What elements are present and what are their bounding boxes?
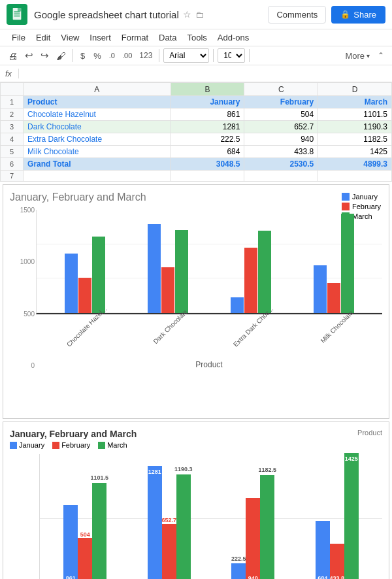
chart2-product-label: Product	[357, 429, 382, 437]
col-header-c[interactable]: C	[244, 83, 318, 96]
cell-ch-mar[interactable]: 1101.5	[318, 108, 392, 121]
cell-january-header[interactable]: January	[171, 96, 244, 108]
paint-format-button[interactable]: 🖌	[54, 49, 69, 63]
menu-item-insert[interactable]: Insert	[84, 30, 116, 45]
cell-empty[interactable]	[244, 171, 318, 182]
cell-mc-mar[interactable]: 1425	[318, 146, 392, 158]
bar-mc-jan	[314, 265, 327, 313]
cell-dc-jan[interactable]: 1281	[171, 121, 244, 133]
bar2-mc-jan-val: 684	[318, 575, 327, 579]
svg-rect-3	[14, 16, 20, 16]
sheets-app-icon	[7, 4, 27, 25]
svg-rect-2	[14, 14, 20, 14]
percent-button[interactable]: %	[90, 50, 105, 62]
table-row: 6 Grand Total 3048.5 2530.5 4899.3	[1, 158, 392, 171]
col-header-d[interactable]: D	[318, 83, 392, 96]
print-button[interactable]: 🖨	[5, 49, 20, 63]
menu-item-tools[interactable]: Tools	[182, 30, 212, 45]
format123-button[interactable]: 123	[137, 50, 155, 61]
cell-empty[interactable]	[171, 171, 244, 182]
cell-mc-feb[interactable]: 433.8	[244, 146, 318, 158]
bar2-ed-feb-wrap: 940	[246, 498, 260, 579]
legend2-mar: March	[98, 441, 127, 449]
bar2-dc-jan-val: 1281	[148, 469, 161, 475]
chart1-title: January, February and March	[10, 191, 382, 203]
cell-gt-feb[interactable]: 2530.5	[244, 158, 318, 171]
more-button[interactable]: More ▾	[342, 50, 373, 62]
cell-mc-jan[interactable]: 684	[171, 146, 244, 158]
bar2-mc-jan	[316, 521, 330, 579]
corner-cell	[1, 83, 24, 96]
decimal1-button[interactable]: .0	[106, 50, 118, 61]
comments-button[interactable]: Comments	[268, 6, 326, 24]
decimal2-button[interactable]: .00	[120, 50, 135, 61]
bar2-ch-feb-val: 504	[80, 531, 90, 538]
collapse-button[interactable]: ⌃	[375, 50, 387, 61]
bar2-mc-feb-val: 433.8	[329, 575, 344, 579]
bar2-dc-mar-val: 1190.3	[174, 466, 193, 472]
menu-item-data[interactable]: Data	[154, 30, 182, 45]
menu-item-view[interactable]: View	[56, 30, 84, 45]
cell-empty[interactable]	[24, 171, 171, 182]
toolbar-separator-4	[249, 49, 250, 62]
font-size-select[interactable]: 10	[218, 48, 245, 63]
cell-ed-feb[interactable]: 940	[244, 133, 318, 146]
bar-ed-feb	[244, 248, 257, 313]
cell-dc-feb[interactable]: 652.7	[244, 121, 318, 133]
bar2-ch-jan-wrap: 861	[63, 505, 78, 579]
bar2-ed-mar	[260, 475, 274, 579]
folder-icon[interactable]: 🗀	[195, 10, 204, 20]
chart2-title: January, February and March	[10, 429, 137, 439]
share-button[interactable]: 🔒 Share	[331, 6, 385, 24]
row-num: 2	[1, 108, 24, 121]
cell-gt-mar[interactable]: 4899.3	[318, 158, 392, 171]
menu-item-edit[interactable]: Edit	[31, 30, 56, 45]
cell-ed-mar[interactable]: 1182.5	[318, 133, 392, 146]
legend2-feb: February	[52, 441, 90, 449]
menu-item-file[interactable]: File	[7, 30, 31, 45]
row-num: 5	[1, 146, 24, 158]
font-select[interactable]: Arial	[163, 48, 209, 63]
cell-milk-choc[interactable]: Milk Chocolate	[24, 146, 171, 158]
bar2-mc-mar-wrap: 1425	[344, 453, 359, 579]
chart2-y-axis: $1000 $500	[10, 454, 37, 579]
currency-button[interactable]: $	[77, 50, 88, 62]
bar-ed-mar	[258, 231, 271, 313]
toolbar-separator-2	[159, 49, 159, 62]
menu-item-addons[interactable]: Add-ons	[212, 30, 254, 45]
cell-gt-jan[interactable]: 3048.5	[171, 158, 244, 171]
lock-icon: 🔒	[340, 10, 350, 19]
cell-empty[interactable]	[318, 171, 392, 182]
col-header-a[interactable]: A	[24, 83, 171, 96]
star-icon[interactable]: ☆	[183, 9, 191, 20]
row-num: 6	[1, 158, 24, 171]
cell-march-header[interactable]: March	[318, 96, 392, 108]
cell-dc-mar[interactable]: 1190.3	[318, 121, 392, 133]
chart2-container: January, February and March January Febr…	[3, 422, 389, 579]
undo-button[interactable]: ↩	[22, 48, 36, 63]
menu-bar: File Edit View Insert Format Data Tools …	[0, 29, 392, 46]
cell-extra-dark[interactable]: Extra Dark Chocolate	[24, 133, 171, 146]
cell-grand-total[interactable]: Grand Total	[24, 158, 171, 171]
col-header-b[interactable]: B	[171, 83, 244, 96]
cell-product-header[interactable]: Product	[24, 96, 171, 108]
bar2-dc-feb-wrap: 652.7	[162, 524, 176, 579]
legend2-jan: January	[10, 441, 44, 449]
bar-mc-feb	[327, 283, 340, 313]
cell-ed-jan[interactable]: 222.5	[171, 133, 244, 146]
cell-february-header[interactable]: February	[244, 96, 318, 108]
chart2-area: $1000 $500 861 504 1101.5	[10, 454, 382, 579]
cell-choc-hazelnut[interactable]: Chocolate Hazelnut	[24, 108, 171, 121]
bar-ed-jan	[231, 297, 244, 313]
cell-dark-choc[interactable]: Dark Chocolate	[24, 121, 171, 133]
cell-ch-feb[interactable]: 504	[244, 108, 318, 121]
redo-button[interactable]: ↪	[38, 48, 52, 63]
bar-mc-mar	[341, 214, 354, 313]
bar2-ch-feb	[78, 538, 92, 579]
menu-item-format[interactable]: Format	[116, 30, 154, 45]
cell-ch-jan[interactable]: 861	[171, 108, 244, 121]
table-row: 1 Product January February March	[1, 96, 392, 108]
legend-item-jan: January	[342, 193, 381, 201]
formula-input[interactable]	[24, 67, 387, 80]
chart1-area: 1500 1000 500 0	[10, 207, 382, 412]
